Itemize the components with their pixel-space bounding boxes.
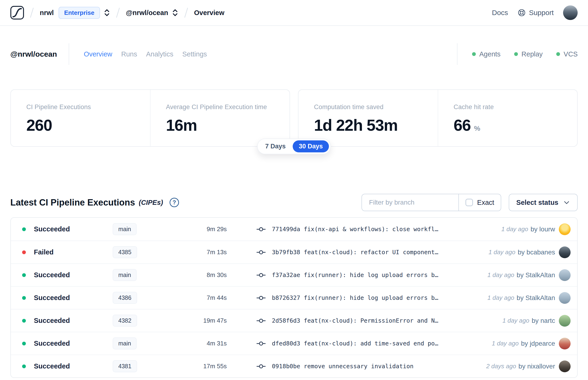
support-link[interactable]: Support <box>517 8 554 17</box>
help-icon[interactable]: ? <box>170 198 179 207</box>
stat-label: Computation time saved <box>314 103 433 111</box>
stats-group-left: CI Pipeline Executions 260 Average CI Pi… <box>10 89 290 147</box>
commit-cell[interactable]: 2d58f6d3 feat(nx-cloud): PermissionError… <box>256 317 502 324</box>
branch-badge[interactable]: 4385 <box>113 246 137 258</box>
logo-curve-icon <box>12 7 23 18</box>
status-dot <box>22 342 26 345</box>
branch-badge[interactable]: 4386 <box>113 292 137 304</box>
avatar[interactable] <box>559 247 570 258</box>
commit-hash: dfed80d3 <box>272 340 300 347</box>
avatar[interactable] <box>559 223 570 235</box>
workspace-title: @nrwl/ocean <box>10 50 57 58</box>
commit-cell[interactable]: 0918b0be remove unnecessary invalidation <box>256 363 486 370</box>
breadcrumb-page[interactable]: Overview <box>194 9 224 17</box>
meta-cell: 2 days ago by nixallover <box>486 361 570 372</box>
commit-text: dfed80d3 feat(nx-cloud): add time-saved … <box>272 340 438 347</box>
org-switcher-button[interactable] <box>104 8 110 17</box>
branch-badge[interactable]: 4382 <box>113 315 137 327</box>
branch-badge[interactable]: main <box>113 338 137 349</box>
tab-runs[interactable]: Runs <box>121 50 137 58</box>
avatar[interactable] <box>559 292 570 304</box>
status-dot <box>22 296 26 300</box>
avatar[interactable] <box>559 269 570 281</box>
commit-cell[interactable]: 771499da fix(nx-api & workflows): close … <box>256 226 501 232</box>
branch-badge[interactable]: 4381 <box>113 360 137 372</box>
commit-text: 771499da fix(nx-api & workflows): close … <box>272 226 438 232</box>
status-label: Succeeded <box>34 225 70 233</box>
commit-cell[interactable]: dfed80d3 feat(nx-cloud): add time-saved … <box>256 340 492 347</box>
branch-cell: 4382 <box>113 315 183 327</box>
service-label: Replay <box>521 50 543 58</box>
nx-cloud-logo[interactable] <box>10 6 24 19</box>
branch-cell: main <box>113 338 183 349</box>
table-row[interactable]: Succeeded main 4m 31s dfed80d3 feat(nx-c… <box>11 332 577 355</box>
branch-filter-input[interactable] <box>362 194 458 211</box>
breadcrumb-org[interactable]: nrwl <box>40 9 54 17</box>
stat-label: CI Pipeline Executions <box>26 103 145 111</box>
time-ago-label: 1 day ago <box>501 226 528 233</box>
duration-label: 9m 29s <box>183 226 227 233</box>
commit-hash: 3b79fb38 <box>272 249 300 256</box>
section-title-abbreviation: (CIPEs) <box>139 199 163 207</box>
branch-cell: 4385 <box>113 246 183 258</box>
service-status-list: Agents Replay VCS <box>472 50 578 58</box>
avatar[interactable] <box>559 338 570 349</box>
chevron-up-down-icon <box>172 8 178 17</box>
status-label: Succeeded <box>34 294 70 302</box>
author-label: by StalkAltan <box>517 294 555 302</box>
git-commit-icon <box>256 249 266 255</box>
time-ago-label: 1 day ago <box>489 248 515 256</box>
breadcrumb-workspace[interactable]: @nrwl/ocean <box>126 9 168 17</box>
table-row[interactable]: Succeeded main 9m 29s 771499da fix(nx-ap… <box>11 218 577 241</box>
status-select-dropdown[interactable]: Select status <box>509 194 578 211</box>
exact-checkbox[interactable] <box>465 199 473 206</box>
stat-card-ci-executions: CI Pipeline Executions 260 <box>11 90 150 146</box>
branch-badge[interactable]: main <box>113 223 137 235</box>
docs-link[interactable]: Docs <box>492 9 508 17</box>
commit-cell[interactable]: f37a32ae fix(runner): hide log upload er… <box>256 272 487 278</box>
chevron-up-down-icon <box>104 8 110 17</box>
stat-label: Cache hit rate <box>454 103 573 111</box>
table-row[interactable]: Succeeded 4386 7m 44s b8726327 fix(runne… <box>11 286 577 309</box>
time-ago-label: 1 day ago <box>492 340 519 347</box>
meta-cell: 1 day ago by StalkAltan <box>487 292 570 304</box>
tab-overview[interactable]: Overview <box>84 50 112 58</box>
meta-cell: 1 day ago by jdpearce <box>492 338 570 349</box>
commit-message: fix(runner): hide log upload errors b… <box>304 294 438 301</box>
section-title: Latest CI Pipeline Executions <box>10 197 135 208</box>
commit-cell[interactable]: 3b79fb38 feat(nx-cloud): refactor UI com… <box>256 249 489 256</box>
commit-text: b8726327 fix(runner): hide log upload er… <box>272 294 438 301</box>
tab-settings[interactable]: Settings <box>182 50 207 58</box>
range-option-30-days[interactable]: 30 Days <box>293 140 329 152</box>
user-avatar[interactable] <box>563 5 578 20</box>
git-commit-icon <box>256 318 266 324</box>
git-commit-icon <box>256 295 266 301</box>
workspace-tabs: Overview Runs Analytics Settings <box>84 50 207 58</box>
stats-row: CI Pipeline Executions 260 Average CI Pi… <box>10 89 578 147</box>
support-label: Support <box>529 9 554 17</box>
service-label: Agents <box>479 50 500 58</box>
service-vcs[interactable]: VCS <box>556 50 578 58</box>
table-row[interactable]: Failed 4385 7m 13s 3b79fb38 feat(nx-clou… <box>11 241 577 263</box>
table-row[interactable]: Succeeded 4382 19m 47s 2d58f6d3 feat(nx-… <box>11 309 577 332</box>
commit-cell[interactable]: b8726327 fix(runner): hide log upload er… <box>256 294 487 301</box>
meta-cell: 1 day ago by StalkAltan <box>487 269 570 281</box>
exact-match-toggle: Exact <box>459 199 501 207</box>
status-label: Succeeded <box>34 317 70 324</box>
author-label: by nartc <box>531 317 555 324</box>
avatar[interactable] <box>559 361 570 372</box>
workspace-switcher-button[interactable] <box>172 8 178 17</box>
branch-badge[interactable]: main <box>113 269 137 281</box>
service-replay[interactable]: Replay <box>514 50 543 58</box>
status-label: Succeeded <box>34 362 70 370</box>
status-label: Succeeded <box>34 340 70 347</box>
author-label: by bcabanes <box>518 248 555 256</box>
table-row[interactable]: Succeeded 4381 17m 55s 0918b0be remove u… <box>11 355 577 378</box>
avatar[interactable] <box>559 315 570 327</box>
tab-analytics[interactable]: Analytics <box>146 50 173 58</box>
range-option-7-days[interactable]: 7 Days <box>259 140 292 152</box>
service-agents[interactable]: Agents <box>472 50 500 58</box>
status-dot <box>514 52 518 56</box>
status-cell: Succeeded <box>22 362 113 370</box>
table-row[interactable]: Succeeded main 8m 30s f37a32ae fix(runne… <box>11 263 577 286</box>
